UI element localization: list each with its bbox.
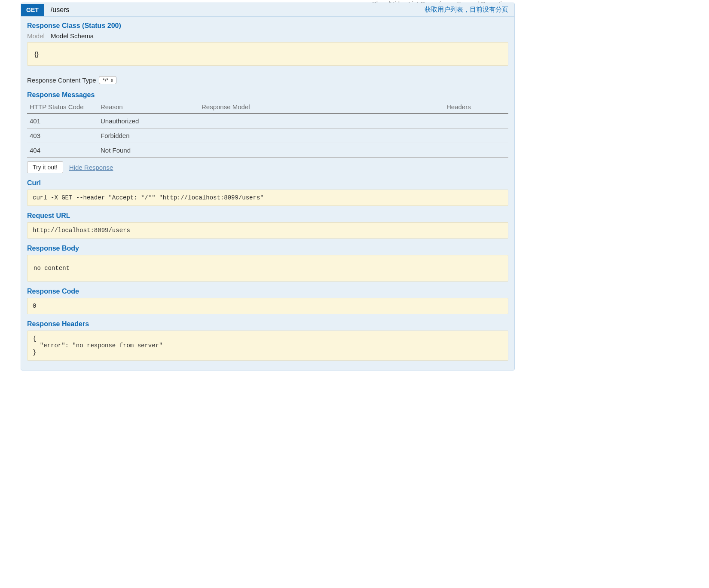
- try-it-out-button[interactable]: Try it out!: [27, 161, 63, 173]
- status-cell: 401: [27, 113, 98, 129]
- table-row: 404 Not Found: [27, 143, 508, 158]
- endpoint-path: /users: [44, 6, 425, 14]
- content-type-value: */*: [103, 77, 109, 83]
- response-messages-title: Response Messages: [27, 91, 508, 99]
- reason-cell: Unauthorized: [98, 113, 199, 129]
- operation-header[interactable]: GET /users 获取用户列表，目前没有分页: [21, 3, 514, 17]
- model-tabs: Model Model Schema: [27, 32, 508, 40]
- tab-model-schema[interactable]: Model Schema: [51, 32, 94, 40]
- request-url-box: http://localhost:8099/users: [27, 222, 508, 239]
- response-headers-title: Response Headers: [27, 320, 508, 328]
- operation-summary: 获取用户列表，目前没有分页: [425, 6, 514, 14]
- response-body-title: Response Body: [27, 245, 508, 252]
- tab-model[interactable]: Model: [27, 32, 45, 40]
- status-cell: 404: [27, 143, 98, 158]
- response-headers-box: { "error": "no response from server" }: [27, 331, 508, 361]
- response-body-box: no content: [27, 255, 508, 282]
- operation-body: Response Class (Status 200) Model Model …: [21, 17, 514, 370]
- response-messages-table: HTTP Status Code Reason Response Model H…: [27, 101, 508, 158]
- reason-cell: Not Found: [98, 143, 199, 158]
- response-code-box: 0: [27, 298, 508, 314]
- request-url-title: Request URL: [27, 212, 508, 220]
- hide-response-link[interactable]: Hide Response: [69, 164, 113, 171]
- status-cell: 403: [27, 129, 98, 143]
- col-response-model: Response Model: [199, 101, 444, 113]
- response-class-title: Response Class (Status 200): [27, 22, 508, 30]
- col-http-status: HTTP Status Code: [27, 101, 98, 113]
- response-content-type-label: Response Content Type: [27, 77, 96, 84]
- action-row: Try it out! Hide Response: [27, 161, 508, 173]
- chevron-updown-icon: ▲▼: [110, 78, 113, 83]
- response-content-type-row: Response Content Type */* ▲▼: [27, 76, 508, 84]
- table-row: 403 Forbidden: [27, 129, 508, 143]
- content-type-select[interactable]: */* ▲▼: [99, 76, 117, 84]
- table-row: 401 Unauthorized: [27, 113, 508, 129]
- curl-title: Curl: [27, 179, 508, 187]
- http-method-badge: GET: [21, 4, 44, 16]
- list-operations-link[interactable]: List Operations: [409, 0, 452, 3]
- expand-operations-link[interactable]: Expand Operations: [457, 0, 512, 3]
- operation-panel: GET /users 获取用户列表，目前没有分页 Response Class …: [21, 3, 515, 371]
- show-hide-link[interactable]: Show/Hide: [372, 0, 403, 3]
- response-code-title: Response Code: [27, 288, 508, 295]
- col-headers: Headers: [444, 101, 508, 113]
- curl-box: curl -X GET --header "Accept: */*" "http…: [27, 190, 508, 206]
- model-schema-box[interactable]: {}: [27, 42, 508, 66]
- col-reason: Reason: [98, 101, 199, 113]
- reason-cell: Forbidden: [98, 129, 199, 143]
